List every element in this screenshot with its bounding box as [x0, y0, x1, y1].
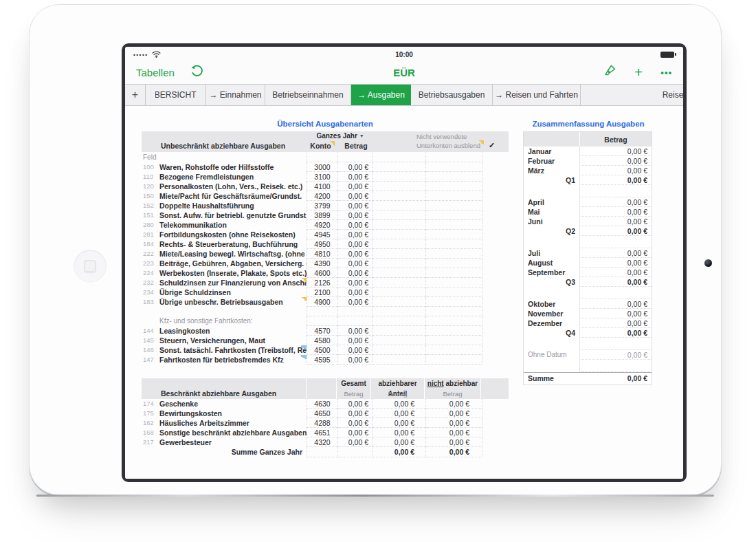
nicht-cell[interactable] — [426, 162, 482, 172]
add-sheet-button[interactable]: + — [125, 85, 146, 105]
sheet-canvas[interactable]: Übersicht Ausgabenarten Ganzes Jahr ▼ Un… — [125, 106, 683, 479]
sheet-tab-reisen[interactable]: Reisen — [581, 85, 683, 105]
anteil-cell[interactable] — [373, 239, 426, 249]
summary-row-value[interactable]: 0,00 € — [579, 328, 652, 338]
summary-row-value[interactable]: 0,00 € — [579, 207, 652, 217]
konto-cell[interactable]: 4945 — [307, 230, 338, 239]
row-name[interactable]: Werbekosten (Inserate, Plakate, Spots et… — [159, 268, 307, 278]
row-name[interactable]: Steuern, Versicherungen, Maut — [159, 336, 307, 345]
sheet-tab--ausgaben[interactable]: → Ausgaben — [351, 85, 411, 105]
nicht-cell[interactable] — [426, 220, 482, 230]
row-name[interactable]: Bewirtungskosten — [159, 409, 307, 418]
nicht-cell[interactable] — [426, 355, 482, 365]
row-name[interactable]: Waren, Rohstoffe oder Hilfsstoffe — [159, 162, 307, 172]
summary-row-value[interactable]: 0,00 € — [579, 197, 652, 207]
anteil-cell[interactable] — [373, 259, 426, 268]
summary-row-label[interactable]: April — [524, 197, 579, 207]
betrag-cell[interactable]: 0,00 € — [338, 230, 373, 239]
anteil-cell[interactable] — [373, 268, 426, 278]
betrag-cell[interactable]: 0,00 € — [338, 297, 373, 307]
konto-cell[interactable]: 4570 — [307, 326, 338, 336]
sheet-tab--reisen-und-fahrten[interactable]: → Reisen und Fahrten — [493, 85, 581, 105]
betrag-cell[interactable]: 0,00 € — [338, 345, 373, 355]
nicht-cell[interactable]: 0,00 € — [426, 409, 482, 418]
row-name[interactable]: Übrige unbeschr. Betriebsausgaben — [159, 297, 307, 307]
konto-cell[interactable]: 3799 — [307, 201, 338, 210]
summary-row-value[interactable]: 0,00 € — [579, 373, 652, 384]
anteil-cell[interactable] — [373, 345, 426, 355]
row-name[interactable]: Personalkosten (Lohn, Vers., Reisek. etc… — [159, 182, 307, 191]
konto-cell[interactable]: 3899 — [307, 210, 338, 220]
summary-row-label[interactable] — [524, 338, 579, 350]
summary-row-value[interactable] — [579, 287, 652, 299]
konto-cell[interactable]: 4900 — [307, 297, 338, 307]
summary-row-value[interactable]: 0,00 € — [579, 166, 652, 175]
anteil-cell[interactable] — [373, 307, 426, 316]
betrag-cell[interactable]: 0,00 € — [338, 418, 373, 428]
anteil-cell[interactable]: 0,00 € — [373, 437, 426, 447]
group-label[interactable]: Kfz- und sonstige Fahrtkosten: — [159, 316, 307, 326]
summary-row-value[interactable]: 0,00 € — [579, 299, 652, 309]
konto-cell[interactable]: 4630 — [307, 399, 338, 409]
row-name[interactable]: Schuldzinsen zur Finanzierung von Anscha… — [159, 278, 307, 288]
konto-cell[interactable]: 4920 — [307, 220, 338, 230]
nicht-cell[interactable] — [426, 182, 482, 191]
summary-row-label[interactable] — [524, 287, 579, 299]
nicht-cell[interactable] — [426, 239, 482, 249]
anteil-cell[interactable] — [373, 220, 426, 230]
row-name[interactable]: Leasingkosten — [159, 326, 307, 336]
konto-cell[interactable]: 4100 — [307, 182, 338, 191]
anteil-cell[interactable] — [373, 162, 426, 172]
sum-nicht-value[interactable]: 0,00 € — [426, 447, 482, 457]
anteil-cell[interactable]: 0,00 € — [373, 418, 426, 428]
summary-row-value[interactable] — [579, 338, 652, 350]
row-name[interactable]: Sonst. Aufw. für betriebl. genutzte Grun… — [159, 210, 307, 220]
row-name[interactable]: Fahrtkosten für betriebsfremdes Kfz — [159, 355, 307, 365]
betrag-cell[interactable]: 0,00 € — [338, 249, 373, 259]
summary-row-value[interactable]: 0,00 € — [579, 309, 652, 318]
sheet-tab-betriebsausgaben[interactable]: Betriebsausgaben — [411, 85, 493, 105]
konto-cell[interactable]: 4651 — [307, 428, 338, 437]
cell[interactable] — [426, 152, 482, 162]
nicht-cell[interactable]: 0,00 € — [426, 418, 482, 428]
betrag-cell[interactable]: 0,00 € — [338, 268, 373, 278]
summary-row-value[interactable]: 0,00 € — [579, 318, 652, 328]
betrag-cell[interactable]: 0,00 € — [338, 336, 373, 345]
summary-row-label[interactable]: Ohne Datum — [524, 350, 579, 360]
summary-row-label[interactable] — [524, 360, 579, 372]
konto-cell[interactable]: 4600 — [307, 268, 338, 278]
summary-row-label[interactable]: Mai — [524, 207, 579, 217]
sheet-tab-betriebseinnahmen[interactable]: Betriebseinnahmen — [265, 85, 351, 105]
hide-subaccounts-checkbox[interactable]: ✓ — [489, 141, 495, 150]
summary-row-value[interactable] — [579, 236, 652, 248]
konto-cell[interactable]: 4810 — [307, 249, 338, 259]
anteil-cell[interactable] — [373, 210, 426, 220]
summary-row-label[interactable]: August — [524, 258, 579, 268]
betrag-cell[interactable]: 0,00 € — [338, 399, 373, 409]
anteil-cell[interactable] — [373, 336, 426, 345]
nicht-cell[interactable] — [426, 288, 482, 297]
anteil-cell[interactable] — [373, 249, 426, 259]
sheet-tab--einnahmen[interactable]: → Einnahmen — [206, 85, 265, 105]
betrag-cell[interactable]: 0,00 € — [338, 409, 373, 418]
summary-row-value[interactable]: 0,00 € — [579, 268, 652, 277]
konto-cell[interactable]: 4200 — [307, 191, 338, 201]
summary-row-label[interactable]: September — [524, 268, 579, 277]
sort-control[interactable]: Ganzes Jahr ▼ — [308, 132, 373, 140]
nicht-cell[interactable] — [426, 230, 482, 239]
betrag-cell[interactable]: 0,00 € — [338, 172, 373, 182]
nicht-cell[interactable] — [426, 210, 482, 220]
summary-row-value[interactable] — [579, 360, 652, 372]
summary-row-value[interactable] — [579, 185, 652, 197]
nicht-cell[interactable]: 0,00 € — [426, 437, 482, 447]
nicht-cell[interactable] — [426, 259, 482, 268]
format-brush-icon[interactable] — [603, 64, 616, 80]
konto-cell[interactable]: 4595 — [307, 355, 338, 365]
konto-cell[interactable]: 4950 — [307, 239, 338, 249]
summary-row-value[interactable]: 0,00 € — [579, 277, 652, 287]
summary-row-label[interactable]: Summe — [524, 373, 579, 384]
betrag-cell[interactable]: 0,00 € — [338, 437, 373, 447]
betrag-cell[interactable]: 0,00 € — [338, 259, 373, 268]
betrag-cell[interactable]: 0,00 € — [338, 355, 373, 365]
row-name[interactable]: Häusliches Arbeitszimmer — [159, 418, 307, 428]
